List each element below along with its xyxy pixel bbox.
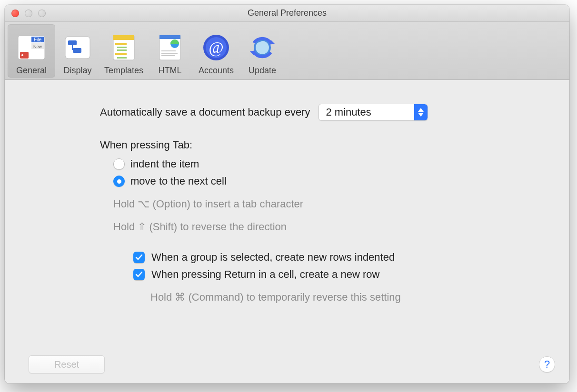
svg-rect-5 [20,52,29,59]
hint-command: Hold ⌘ (Command) to temporarily reverse … [100,291,550,304]
reset-button[interactable]: Reset [29,355,105,373]
toolbar-label: Display [63,66,91,76]
svg-rect-15 [115,53,127,55]
svg-rect-20 [161,50,176,51]
traffic-lights [11,10,46,17]
html-icon [156,33,184,62]
footer: Reset ? [5,345,569,383]
svg-marker-29 [418,108,424,112]
svg-text:@: @ [209,39,223,57]
svg-rect-22 [161,55,175,56]
backup-value: 2 minutes [326,106,371,118]
toolbar-label: General [16,66,47,76]
toolbar-label: Templates [104,66,143,76]
tab-heading: When pressing Tab: [100,139,550,151]
toolbar-tab-accounts[interactable]: @ Accounts [192,24,240,78]
backup-interval-select[interactable]: 2 minutes [318,104,428,121]
svg-text:File: File [34,37,42,42]
window-title: General Preferences [5,8,569,18]
backup-label: Automatically save a document backup eve… [100,106,310,118]
svg-point-6 [21,54,23,56]
svg-rect-18 [159,35,180,39]
update-icon [248,33,277,62]
toolbar-tab-general[interactable]: File New General [8,24,55,78]
general-icon: File New [17,33,46,62]
toolbar: File New General Display [5,22,569,80]
radio-indent-item[interactable]: indent the item [113,158,550,170]
select-stepper-icon [414,104,428,120]
radio-label: indent the item [130,158,199,170]
hint-option: Hold ⌥ (Option) to insert a tab characte… [100,198,550,210]
preferences-window: General Preferences File New General [5,5,569,383]
radio-next-cell[interactable]: move to the next cell [113,175,550,187]
display-icon [63,33,92,62]
hint-shift: Hold ⇧ (Shift) to reverse the direction [100,221,550,233]
toolbar-label: Update [249,66,276,76]
toolbar-tab-display[interactable]: Display [57,24,98,78]
radio-label: move to the next cell [130,175,227,187]
checkbox-checked-icon [133,269,145,280]
svg-rect-9 [73,48,81,53]
zoom-icon[interactable] [38,10,46,17]
svg-rect-12 [115,43,127,45]
checkbox-label: When a group is selected, create new row… [151,251,395,264]
checkbox-group-rows[interactable]: When a group is selected, create new row… [133,251,550,264]
tab-radio-group: indent the item move to the next cell [100,158,550,187]
radio-icon [113,158,125,170]
titlebar: General Preferences [5,5,569,22]
content-area: Automatically save a document backup eve… [5,80,569,383]
radio-icon [113,176,125,187]
close-icon[interactable] [11,10,19,17]
svg-rect-7 [65,37,90,59]
templates-icon [109,33,138,62]
minimize-icon[interactable] [25,10,32,17]
checkbox-group: When a group is selected, create new row… [100,251,550,281]
backup-row: Automatically save a document backup eve… [100,104,550,121]
checkbox-return-row[interactable]: When pressing Return in a cell, create a… [133,268,550,281]
svg-text:New: New [33,44,42,49]
toolbar-tab-html[interactable]: HTML [149,24,190,78]
svg-rect-13 [117,47,127,48]
checkbox-checked-icon [133,252,145,263]
help-button[interactable]: ? [539,356,555,372]
accounts-icon: @ [202,33,230,62]
svg-rect-11 [113,35,134,40]
toolbar-tab-templates[interactable]: Templates [100,24,148,78]
toolbar-label: Accounts [199,66,234,76]
svg-rect-16 [117,57,127,59]
svg-rect-21 [161,53,178,54]
toolbar-tab-update[interactable]: Update [242,24,283,78]
svg-marker-30 [418,113,424,117]
checkbox-label: When pressing Return in a cell, create a… [151,268,379,281]
toolbar-label: HTML [159,66,182,76]
svg-rect-14 [117,49,127,51]
